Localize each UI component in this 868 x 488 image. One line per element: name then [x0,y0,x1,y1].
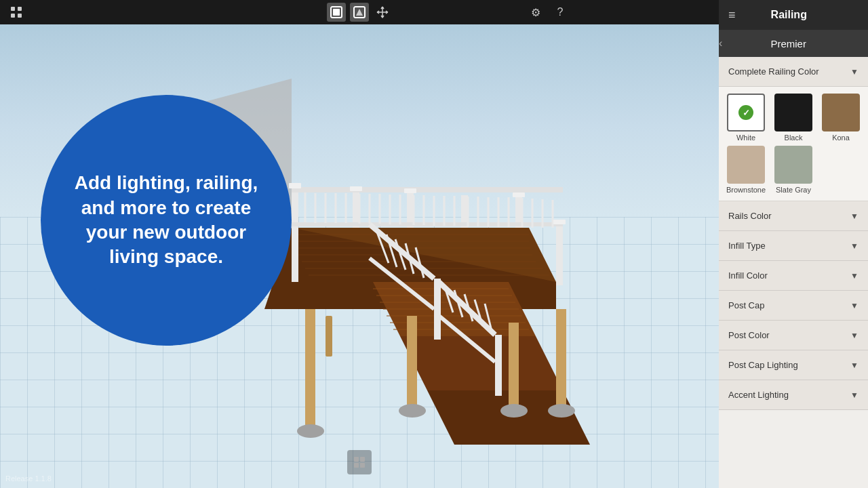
rails-color-row[interactable]: Rails Color ▼ [719,201,868,231]
infill-color-chevron: ▼ [850,271,859,281]
svg-rect-2 [11,14,15,18]
svg-rect-94 [360,463,365,468]
brownstone-swatch-label: Brownstone [726,186,766,194]
complete-railing-color-label: Complete Railing Color [728,66,819,77]
panel-header-title: Railing [736,9,842,21]
infill-type-row[interactable]: Infill Type ▼ [719,231,868,261]
post-color-chevron: ▼ [850,331,859,340]
rails-color-label: Rails Color [728,211,772,221]
view-3d-icon[interactable] [350,3,369,22]
center-navigation-icon[interactable] [347,450,372,474]
post-cap-row[interactable]: Post Cap ▼ [719,291,868,321]
color-swatch-brownstone[interactable]: Brownstone [724,146,768,194]
infill-type-chevron: ▼ [850,241,859,251]
version-label: Release 1.1.8 [5,474,52,483]
post-cap-lighting-chevron: ▼ [850,361,859,370]
post-cap-lighting-row[interactable]: Post Cap Lighting ▼ [719,350,868,380]
rails-color-chevron: ▼ [850,211,859,221]
panel-header: ≡ Railing [719,0,868,30]
panel-sub-header: ‹ Premier [719,30,868,57]
toolbar-right: ⚙ ? [526,3,570,22]
view-2d-icon[interactable] [327,3,346,22]
color-swatch-kona[interactable]: Kona [819,94,863,142]
kona-swatch-color [822,94,860,131]
color-swatches-section: ✓ White Black Kona Brownstone [719,87,868,201]
help-icon[interactable]: ? [551,3,570,22]
color-swatches-grid: ✓ White Black Kona Brownstone [724,94,863,194]
white-swatch-color: ✓ [727,94,765,131]
toolbar: ⚙ ? [0,0,719,24]
post-color-row[interactable]: Post Color ▼ [719,321,868,350]
back-button[interactable]: ‹ [719,37,722,49]
infill-color-row[interactable]: Infill Color ▼ [719,261,868,291]
accent-lighting-chevron: ▼ [850,390,859,400]
kona-swatch-label: Kona [832,134,850,142]
svg-rect-92 [360,457,365,462]
svg-rect-0 [11,7,15,11]
svg-rect-3 [18,14,22,18]
selected-checkmark: ✓ [738,105,753,120]
viewport: Add lighting, railing, and more to creat… [0,0,719,488]
infill-color-label: Infill Color [728,270,768,281]
white-swatch-label: White [736,134,755,142]
slate-gray-swatch-color [774,146,812,184]
svg-rect-1 [18,7,22,11]
accent-lighting-row[interactable]: Accent Lighting ▼ [719,380,868,410]
move-icon[interactable] [373,3,392,22]
overlay-text: Add lighting, railing, and more to creat… [41,150,292,290]
color-swatch-black[interactable]: Black [772,94,815,142]
panel-menu-icon[interactable]: ≡ [728,8,736,22]
black-swatch-color [774,94,812,131]
color-swatch-white[interactable]: ✓ White [724,94,768,142]
panel-sub-title: Premier [728,38,849,49]
overlay-circle: Add lighting, railing, and more to creat… [41,95,292,346]
infill-type-label: Infill Type [728,241,766,251]
toolbar-center [327,3,392,22]
svg-rect-93 [354,463,359,468]
post-cap-label: Post Cap [728,300,764,310]
color-swatch-slate-gray[interactable]: Slate Gray [772,146,815,194]
post-cap-chevron: ▼ [850,301,859,310]
complete-railing-color-dropdown[interactable]: Complete Railing Color ▼ [719,57,868,87]
settings-icon[interactable]: ⚙ [526,3,545,22]
accent-lighting-label: Accent Lighting [728,390,789,400]
post-cap-lighting-label: Post Cap Lighting [728,360,798,370]
brownstone-swatch-color [727,146,765,184]
svg-rect-5 [333,9,340,16]
black-swatch-label: Black [785,134,803,142]
grid-icon[interactable] [7,3,26,22]
post-color-label: Post Color [728,330,770,340]
right-panel: ≡ Railing ‹ Premier Complete Railing Col… [719,0,868,488]
svg-rect-91 [354,457,359,462]
panel-body: Complete Railing Color ▼ ✓ White Black [719,57,868,488]
slate-gray-swatch-label: Slate Gray [776,186,811,194]
chevron-down-icon: ▼ [850,67,859,77]
